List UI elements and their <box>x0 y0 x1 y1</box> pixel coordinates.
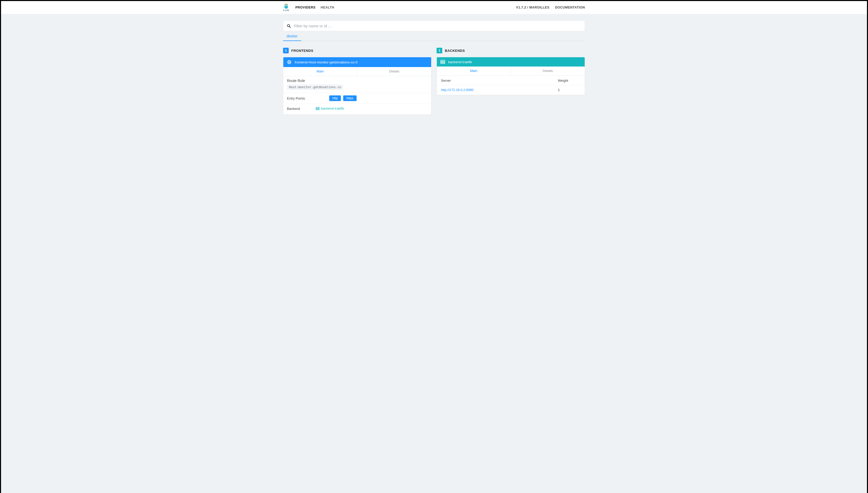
backend-card-tabs: Main Details <box>437 66 585 76</box>
traefik-gopher-icon <box>283 4 289 9</box>
svg-point-20 <box>441 62 442 62</box>
backend-card-header: backend-traefik <box>437 57 585 66</box>
backends-count-badge: 1 <box>437 48 442 53</box>
nav-documentation[interactable]: Documentation <box>555 6 585 9</box>
top-navbar: træfik Providers Health v1.7.2 / maroill… <box>1 1 867 14</box>
svg-rect-6 <box>285 4 288 4</box>
filter-input[interactable] <box>294 24 581 28</box>
entry-points-label: Entry Points <box>287 97 320 100</box>
entry-points-value: http https <box>329 95 428 101</box>
backend-card: backend-traefik Main Details Server Weig… <box>437 57 585 95</box>
frontend-card-header: frontend-Host-monitor-getdonations-co-0 <box>283 57 431 67</box>
entry-point-https: https <box>343 95 356 101</box>
frontend-card: frontend-Host-monitor-getdonations-co-0 … <box>283 57 431 115</box>
search-icon <box>287 24 291 28</box>
server-stack-icon <box>440 60 445 64</box>
svg-point-5 <box>287 5 287 5</box>
nav-health[interactable]: Health <box>321 6 334 9</box>
frontends-count-badge: 1 <box>283 48 289 53</box>
nav-providers[interactable]: Providers <box>295 6 315 9</box>
frontends-title: Frontends <box>291 49 313 52</box>
server-icon <box>316 107 319 110</box>
backend-tab-main[interactable]: Main <box>437 66 511 75</box>
route-rule-value: Host:monitor.getdonations.co <box>287 84 343 90</box>
backend-link-text: backend-traefik <box>321 107 344 110</box>
table-row: http://172.18.0.2:8080 1 <box>437 85 585 95</box>
backends-column: 1 Backends backend-trae <box>437 48 585 115</box>
col-server: Server <box>437 76 554 85</box>
nav-left: Providers Health <box>295 6 334 9</box>
page-body: docker 1 Frontends <box>1 14 867 493</box>
globe-icon <box>287 60 292 64</box>
svg-point-19 <box>441 60 442 61</box>
col-weight: Weight <box>554 76 585 85</box>
svg-rect-13 <box>316 107 319 108</box>
provider-tab-docker[interactable]: docker <box>283 31 301 41</box>
backend-link[interactable]: backend-traefik <box>316 107 344 110</box>
filter-bar <box>283 20 585 31</box>
frontends-column: 1 Frontends frontend-Host-monitor-getdon… <box>283 48 431 115</box>
route-rule-label: Route Rule <box>287 79 428 83</box>
backend-tab-details[interactable]: Details <box>511 66 585 75</box>
backend-servers-table: Server Weight http://172.18.0.2:8080 1 <box>437 76 585 95</box>
entry-point-http: http <box>329 95 341 101</box>
server-url-link[interactable]: http://172.18.0.2:8080 <box>441 88 474 92</box>
server-weight: 1 <box>554 85 585 95</box>
frontend-tab-main[interactable]: Main <box>283 67 357 76</box>
svg-point-7 <box>286 6 286 6</box>
backends-title: Backends <box>445 49 465 52</box>
svg-rect-18 <box>441 63 445 64</box>
svg-line-9 <box>289 26 290 27</box>
backend-card-name: backend-traefik <box>448 60 472 64</box>
svg-rect-15 <box>316 109 319 110</box>
frontend-tab-details[interactable]: Details <box>357 67 431 76</box>
frontend-card-name: frontend-Host-monitor-getdonations-co-0 <box>295 60 358 64</box>
frontend-card-tabs: Main Details <box>283 67 431 76</box>
brand-text: træfik <box>283 9 289 12</box>
svg-rect-14 <box>316 108 319 109</box>
provider-tabs: docker <box>283 31 585 41</box>
backend-label: Backend <box>287 107 307 111</box>
nav-version[interactable]: v1.7.2 / maroilles <box>516 6 549 9</box>
nav-right: v1.7.2 / maroilles Documentation <box>516 6 585 9</box>
brand-logo[interactable]: træfik <box>283 4 289 12</box>
svg-point-4 <box>285 5 286 5</box>
